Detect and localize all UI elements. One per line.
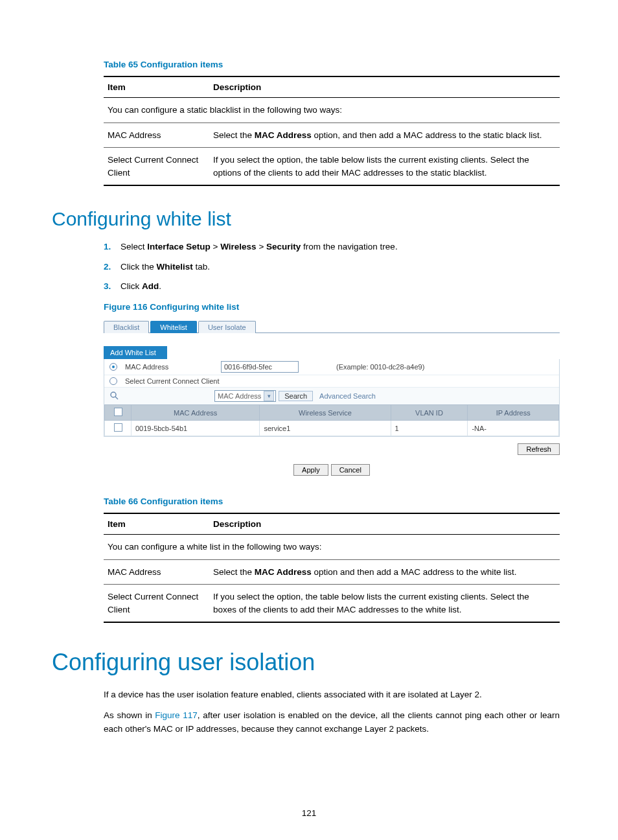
- step-text: Click the Whitelist tab.: [120, 261, 210, 274]
- table-row: 0019-5bcb-54b1 service1 1 -NA-: [105, 421, 559, 436]
- row-checkbox[interactable]: [114, 423, 122, 432]
- figure-116: Blacklist Whitelist User Isolate Add Whi…: [104, 318, 560, 476]
- mac-address-label: MAC Address: [125, 363, 216, 371]
- table-65-caption: Table 65 Configuration items: [104, 60, 560, 69]
- table-row-desc: Select the MAC Address option and then a…: [213, 559, 560, 585]
- tab-blacklist[interactable]: Blacklist: [104, 321, 149, 333]
- table-66-caption: Table 66 Configuration items: [104, 496, 560, 506]
- step-text: Select Interface Setup > Wireless > Secu…: [120, 240, 398, 253]
- th-vlan-id: VLAN ID: [391, 405, 468, 421]
- tab-user-isolate[interactable]: User Isolate: [198, 321, 256, 333]
- advanced-search-link[interactable]: Advanced Search: [319, 392, 376, 400]
- th-ip-address: IP Address: [468, 405, 559, 421]
- th-mac: MAC Address: [132, 405, 260, 421]
- th-wireless-service: Wireless Service: [260, 405, 391, 421]
- radio-mac-address[interactable]: [109, 363, 117, 371]
- add-white-list-bar: Add White List: [104, 346, 167, 359]
- cell-mac: 0019-5bcb-54b1: [132, 421, 260, 436]
- table-row-desc: If you select the option, the table belo…: [213, 585, 560, 623]
- table-65: Item Description You can configure a sta…: [104, 76, 560, 186]
- table-66: Item Description You can configure a whi…: [104, 513, 560, 623]
- th-item: Item: [104, 513, 213, 535]
- search-icon: [109, 391, 119, 401]
- table-row-item: MAC Address: [104, 559, 213, 585]
- search-field-dropdown[interactable]: MAC Address ▾: [214, 390, 276, 402]
- heading-user-isolation: Configuring user isolation: [52, 649, 566, 676]
- table-66-intro: You can configure a white list in the fo…: [104, 535, 560, 560]
- table-65-intro: You can configure a static blacklist in …: [104, 98, 560, 123]
- radio-select-current-client[interactable]: [109, 377, 117, 385]
- mac-address-input[interactable]: 0016-6f9d-5fec: [221, 361, 299, 373]
- clients-table: MAC Address Wireless Service VLAN ID IP …: [104, 404, 559, 436]
- isolation-paragraph-1: If a device has the user isolation featu…: [104, 688, 560, 702]
- svg-line-1: [115, 397, 118, 399]
- search-button[interactable]: Search: [279, 391, 313, 401]
- refresh-button[interactable]: Refresh: [518, 443, 560, 455]
- whitelist-steps: 1. Select Interface Setup > Wireless > S…: [104, 240, 560, 293]
- cell-vlan: 1: [391, 421, 468, 436]
- figure-117-link[interactable]: Figure 117: [155, 710, 197, 720]
- table-row-desc: If you select the option, the table belo…: [213, 148, 560, 186]
- th-desc: Description: [213, 76, 560, 98]
- tabs: Blacklist Whitelist User Isolate: [104, 318, 560, 333]
- table-row-item: Select Current Connect Client: [104, 585, 213, 623]
- table-row-item: MAC Address: [104, 122, 213, 148]
- isolation-paragraph-2: As shown in Figure 117, after user isola…: [104, 708, 560, 736]
- th-desc: Description: [213, 513, 560, 535]
- page-number: 121: [0, 808, 618, 818]
- cell-ip: -NA-: [468, 421, 559, 436]
- step-text: Click Add.: [120, 280, 161, 293]
- step-num: 2.: [104, 261, 120, 274]
- mac-example-text: (Example: 0010-dc28-a4e9): [336, 363, 424, 371]
- svg-point-0: [111, 392, 116, 397]
- table-row-desc: Select the MAC Address option, and then …: [213, 122, 560, 148]
- apply-button[interactable]: Apply: [293, 464, 328, 476]
- cancel-button[interactable]: Cancel: [331, 464, 370, 476]
- table-row-item: Select Current Connect Client: [104, 148, 213, 186]
- step-num: 1.: [104, 240, 120, 253]
- heading-whitelist: Configuring white list: [52, 208, 566, 230]
- select-current-client-label: Select Current Connect Client: [125, 377, 220, 385]
- th-item: Item: [104, 76, 213, 98]
- step-num: 3.: [104, 280, 120, 293]
- tab-whitelist[interactable]: Whitelist: [150, 321, 197, 333]
- chevron-down-icon: ▾: [264, 391, 274, 401]
- select-all-checkbox[interactable]: [114, 408, 122, 416]
- figure-116-caption: Figure 116 Configuring white list: [104, 302, 560, 312]
- cell-ws: service1: [260, 421, 391, 436]
